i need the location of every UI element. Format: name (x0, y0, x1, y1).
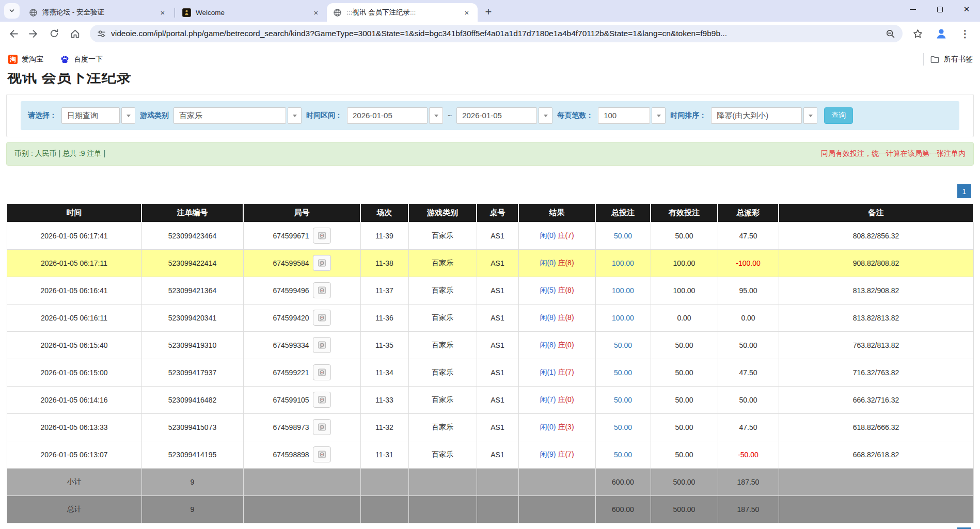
round-id: 674599420 (273, 314, 309, 322)
tab-close-icon[interactable]: × (461, 7, 472, 18)
video-replay-button[interactable] (313, 419, 331, 435)
video-replay-button[interactable] (313, 310, 331, 326)
video-icon (318, 259, 326, 267)
cell-total-bet: 100.00 (595, 304, 651, 331)
all-bookmarks-button[interactable]: 所有书签 (930, 55, 973, 65)
page-1-button[interactable]: 1 (957, 527, 971, 529)
tab-bet-record-active[interactable]: :::视讯 会员下注纪录::: × (327, 3, 478, 22)
dropdown-arrow-icon (652, 107, 666, 124)
subtotal-valid-bet: 500.00 (651, 468, 718, 495)
video-replay-button[interactable] (313, 364, 331, 380)
cell-total-bet: 50.00 (595, 331, 651, 359)
cell-session: 11-36 (360, 304, 408, 331)
video-replay-button[interactable] (313, 228, 331, 244)
round-id: 674598898 (273, 451, 309, 459)
sort-value: 降幂(由大到小) (711, 107, 802, 124)
tab-strip: 海燕论坛 - 安全验证 × Welcome × :::视讯 会员下注纪录::: … (0, 0, 980, 22)
new-tab-button[interactable]: + (481, 4, 496, 20)
video-replay-button[interactable] (313, 446, 331, 462)
cell-time: 2026-01-05 06:17:11 (7, 249, 141, 277)
window-close-button[interactable]: ✕ (953, 0, 980, 19)
forward-button[interactable] (24, 24, 43, 43)
date-to-select[interactable]: 2026-01-05 (456, 107, 552, 124)
reload-button[interactable] (44, 24, 64, 43)
browser-menu-button[interactable]: ⋮ (955, 24, 975, 43)
select-type-label: 请选择： (28, 111, 57, 120)
home-button[interactable] (65, 24, 85, 43)
total-payout: 187.50 (718, 495, 779, 523)
window-minimize-button[interactable] (899, 0, 926, 19)
video-icon (318, 286, 326, 295)
cell-round: 674599671 (243, 222, 360, 249)
total-bet-link[interactable]: 50.00 (614, 423, 632, 431)
cell-game: 百家乐 (408, 331, 477, 359)
cell-payout: 47.50 (718, 413, 779, 441)
cell-result: 闲(7) 庄(0) (518, 386, 595, 413)
bookmark-baidu[interactable]: 百度一下 (60, 55, 103, 65)
col-payout: 总派彩 (718, 204, 779, 222)
cell-time: 2026-01-05 06:17:41 (7, 222, 141, 249)
cell-round: 674599420 (243, 304, 360, 331)
cell-game: 百家乐 (408, 441, 477, 468)
total-bet-link[interactable]: 50.00 (614, 232, 632, 240)
tab-haiyan-forum[interactable]: 海燕论坛 - 安全验证 × (23, 3, 173, 22)
total-bet-link[interactable]: 50.00 (614, 451, 632, 459)
cell-total-bet: 100.00 (595, 277, 651, 304)
result-banker: 庄(3) (558, 423, 574, 431)
tab-welcome[interactable]: Welcome × (176, 3, 327, 22)
query-button[interactable]: 查询 (824, 107, 853, 124)
total-bet-link[interactable]: 100.00 (612, 259, 634, 267)
cell-game: 百家乐 (408, 359, 477, 386)
tab-search-button[interactable] (4, 3, 20, 19)
total-count: 9 (141, 495, 243, 523)
total-valid-bet: 500.00 (651, 495, 718, 523)
col-bet-id: 注单编号 (141, 204, 243, 222)
sort-select[interactable]: 降幂(由大到小) (711, 107, 817, 124)
video-replay-button[interactable] (313, 282, 331, 298)
table-row: 2026-01-05 06:17:11 523099422414 6745995… (7, 249, 973, 277)
cell-round: 674599496 (243, 277, 360, 304)
result-player: 闲(0) (540, 423, 556, 431)
cell-total-bet: 50.00 (595, 441, 651, 468)
video-replay-button[interactable] (313, 392, 331, 408)
video-icon (318, 341, 326, 349)
query-type-select[interactable]: 日期查询 (61, 107, 135, 124)
total-bet-link[interactable]: 100.00 (612, 286, 634, 295)
video-replay-button[interactable] (313, 337, 331, 353)
date-range-label: 时间区间： (306, 111, 342, 120)
page-size-select[interactable]: 100 (598, 107, 666, 124)
profile-icon (935, 27, 948, 40)
bookmark-star-button[interactable] (908, 24, 927, 43)
total-bet-link[interactable]: 100.00 (612, 314, 634, 322)
cell-payout: 50.00 (718, 331, 779, 359)
total-bet-link[interactable]: 50.00 (614, 368, 632, 377)
url-bar[interactable]: videoie.com/ipl/portal.php/game/betrecor… (90, 25, 903, 42)
window-maximize-button[interactable] (926, 0, 953, 19)
cell-round: 674599105 (243, 386, 360, 413)
cell-table: AS1 (477, 249, 518, 277)
video-replay-button[interactable] (313, 255, 331, 271)
table-row: 2026-01-05 06:15:40 523099419310 6745993… (7, 331, 973, 359)
back-button[interactable] (3, 24, 23, 43)
result-banker: 庄(7) (558, 450, 574, 458)
cell-session: 11-37 (360, 277, 408, 304)
game-type-select[interactable]: 百家乐 (173, 107, 302, 124)
forward-icon (28, 28, 39, 39)
col-time: 时间 (7, 204, 141, 222)
result-banker: 庄(8) (558, 259, 574, 267)
page-1-button[interactable]: 1 (957, 184, 971, 198)
tab-close-icon[interactable]: × (157, 7, 168, 18)
date-from-select[interactable]: 2026-01-05 (347, 107, 443, 124)
total-bet-link[interactable]: 50.00 (614, 341, 632, 349)
cell-game: 百家乐 (408, 277, 477, 304)
cell-bet-id: 523099423464 (141, 222, 243, 249)
total-bet-link[interactable]: 50.00 (614, 396, 632, 404)
result-player: 闲(8) (540, 341, 556, 349)
bookmark-taobao[interactable]: 淘 爱淘宝 (8, 55, 43, 64)
profile-avatar[interactable] (931, 24, 951, 43)
cell-note: 618.82/666.32 (779, 413, 973, 441)
zoom-magnifier-icon[interactable] (886, 29, 895, 39)
tab-close-icon[interactable]: × (310, 7, 322, 18)
cell-table: AS1 (477, 222, 518, 249)
site-info-icon[interactable] (97, 29, 106, 38)
